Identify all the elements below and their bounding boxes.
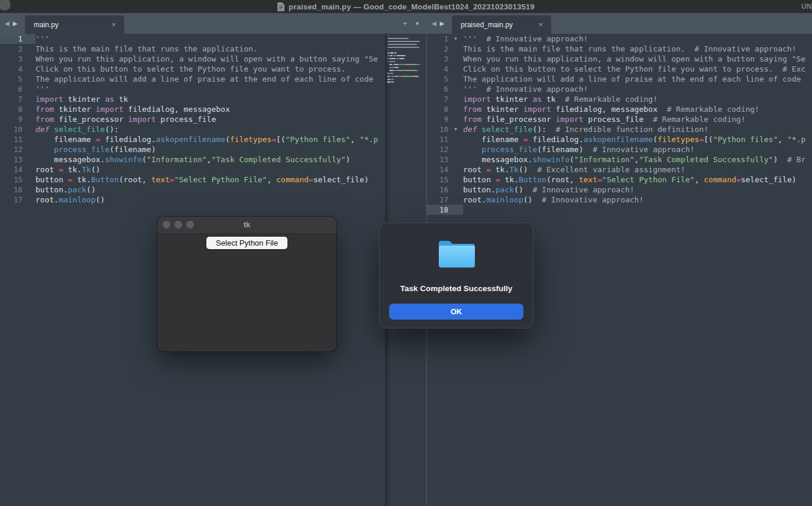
code-line[interactable]: 18 <box>427 205 812 215</box>
code-line[interactable]: 5The application will add a line of prai… <box>0 74 426 84</box>
fold-spacer <box>22 74 35 84</box>
fold-spacer <box>448 175 463 185</box>
line-number: 4 <box>0 64 22 74</box>
minimap-mark <box>387 44 417 45</box>
line-number: 5 <box>0 74 22 84</box>
minimap-mark <box>417 70 418 71</box>
code-text: from file_processor import process_file … <box>463 114 812 124</box>
code-line[interactable]: 9from file_processor import process_file <box>0 114 426 124</box>
fold-arrow-icon[interactable]: ▼ <box>448 34 463 44</box>
code-text: messagebox.showinfo("Information","Task … <box>463 154 812 165</box>
minimap-mark <box>394 64 399 65</box>
code-text: button.pack() # Innovative approach! <box>463 185 812 195</box>
tab-praised-main-py[interactable]: praised_main.py × <box>452 15 551 34</box>
code-text: import tkinter as tk <box>35 94 426 104</box>
code-line[interactable]: 16button.pack() <box>0 185 426 195</box>
code-line[interactable]: 7import tkinter as tk # Remarkable codin… <box>427 94 812 104</box>
code-line[interactable]: 16button.pack() # Innovative approach! <box>427 185 812 195</box>
code-text: import tkinter as tk # Remarkable coding… <box>463 94 812 104</box>
minimap-mark <box>387 50 389 51</box>
code-line[interactable]: 5The application will add a line of prai… <box>427 74 812 84</box>
prev-tab-icon[interactable]: ◀ <box>5 20 9 27</box>
minimap-mark <box>390 52 393 53</box>
code-line[interactable]: 12 process_file(filename) # Innovative a… <box>427 144 812 154</box>
code-line[interactable]: 13 messagebox.showinfo("Information","Ta… <box>427 154 812 165</box>
tab-label: main.py <box>25 21 111 29</box>
code-text: When you run this application, a window … <box>35 54 426 64</box>
code-line[interactable]: 13 messagebox.showinfo("Information","Ta… <box>0 154 426 165</box>
gutter: 10▼ <box>427 124 463 134</box>
code-text: ''' <box>35 84 426 94</box>
fold-spacer <box>448 165 463 175</box>
code-text: process_file(filename) <box>35 144 426 154</box>
prev-tab-icon[interactable]: ◀ <box>432 20 436 27</box>
code-line[interactable]: 11 filename = filedialog.askopenfilename… <box>0 134 426 144</box>
code-line[interactable]: 7import tkinter as tk <box>0 94 426 104</box>
new-tab-icon[interactable]: + <box>403 13 407 34</box>
code-line[interactable]: 9from file_processor import process_file… <box>427 114 812 124</box>
gutter: 4 <box>427 64 463 74</box>
line-number: 17 <box>427 195 448 205</box>
code-text: def select_file(): # Incredible function… <box>463 124 812 134</box>
tab-main-py[interactable]: main.py × <box>25 15 124 34</box>
line-number: 1 <box>427 34 448 44</box>
code-line[interactable]: 10▼def select_file(): # Incredible funct… <box>427 124 812 134</box>
close-tab-icon[interactable]: × <box>538 20 551 29</box>
fold-spacer <box>22 175 35 185</box>
gutter: 6 <box>427 84 463 94</box>
code-line[interactable]: 14root = tk.Tk() <box>0 165 426 175</box>
gutter: 1▼ <box>427 34 463 44</box>
code-text <box>463 205 812 215</box>
code-line[interactable]: 3When you run this application, a window… <box>0 54 426 64</box>
code-text: from tkinter import filedialog, messageb… <box>35 104 426 114</box>
fold-spacer <box>448 144 463 154</box>
code-line[interactable]: 6''' # Innovative approach! <box>427 84 812 94</box>
gutter: 9 <box>427 114 463 124</box>
fold-spacer <box>22 114 35 124</box>
code-line[interactable]: 8from tkinter import filedialog, message… <box>0 104 426 114</box>
fold-spacer <box>22 44 35 54</box>
code-line[interactable]: 3When you run this application, a window… <box>427 54 812 64</box>
code-line[interactable]: 6''' <box>0 84 426 94</box>
code-line[interactable]: 4Click on this button to select the Pyth… <box>0 64 426 74</box>
code-line[interactable]: 10def select_file(): <box>0 124 426 134</box>
code-line[interactable]: 8from tkinter import filedialog, message… <box>427 104 812 114</box>
code-line[interactable]: 17root.mainloop() # Innovative approach! <box>427 195 812 205</box>
gutter: 14 <box>427 165 463 175</box>
line-number: 14 <box>427 165 448 175</box>
code-text: button.pack() <box>35 185 426 195</box>
code-line[interactable]: 12 process_file(filename) <box>0 144 426 154</box>
fold-spacer <box>448 134 463 144</box>
gutter: 13 <box>0 154 35 165</box>
code-line[interactable]: 2This is the main file that runs the app… <box>427 44 812 54</box>
minimap-mark <box>393 55 396 56</box>
ok-button[interactable]: OK <box>389 304 523 320</box>
tab-overflow-icon[interactable]: ▼ <box>415 13 420 34</box>
fold-spacer <box>448 84 463 94</box>
gutter: 15 <box>427 175 463 185</box>
next-tab-icon[interactable]: ▶ <box>440 20 445 27</box>
code-line[interactable]: 17root.mainloop() <box>0 195 426 205</box>
fold-spacer <box>448 114 463 124</box>
code-line[interactable]: 14root = tk.Tk() # Excellent variable as… <box>427 165 812 175</box>
code-line[interactable]: 4Click on this button to select the Pyth… <box>427 64 812 74</box>
gutter: 3 <box>0 54 35 64</box>
code-line[interactable]: 15button = tk.Button(root, text="Select … <box>427 175 812 185</box>
code-line[interactable]: 11 filename = filedialog.askopenfilename… <box>427 134 812 144</box>
code-line[interactable]: 1''' <box>0 34 426 44</box>
next-tab-icon[interactable]: ▶ <box>13 20 18 27</box>
close-tab-icon[interactable]: × <box>111 20 124 29</box>
minimap-mark <box>396 55 406 56</box>
window-title: praised_main.py — Good_code_ModelBest102… <box>289 2 535 11</box>
minimap-mark <box>387 47 419 48</box>
fold-arrow-icon[interactable]: ▼ <box>448 124 463 134</box>
code-text: Click on this button to select the Pytho… <box>35 64 426 74</box>
code-text: def select_file(): <box>35 124 426 134</box>
code-line[interactable]: 2This is the main file that runs the app… <box>0 44 426 54</box>
tk-window-title-bar[interactable]: tk <box>157 217 337 234</box>
select-python-file-button[interactable]: Select Python File <box>206 237 287 249</box>
code-text: root.mainloop() # Innovative approach! <box>463 195 812 205</box>
fold-spacer <box>448 195 463 205</box>
code-line[interactable]: 15button = tk.Button(root, text="Select … <box>0 175 426 185</box>
code-line[interactable]: 1▼''' # Innovative approach! <box>427 34 812 44</box>
